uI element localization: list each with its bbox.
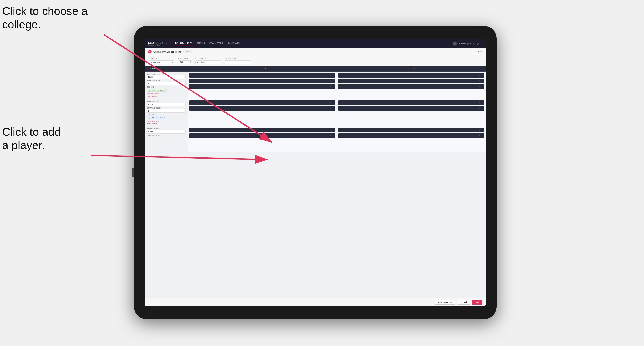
slot-x-icon-5-1[interactable]: ✕ bbox=[330, 129, 332, 131]
save-button[interactable]: Save bbox=[472, 300, 482, 305]
player-slot-2-1[interactable]: ✕ ⋮ bbox=[338, 73, 484, 78]
nav-tournaments[interactable]: TOURNAMENTS bbox=[172, 41, 195, 46]
user-email: blair@clippd.io bbox=[458, 42, 471, 45]
slot-chevron-icon-1-3[interactable]: ⋮ bbox=[332, 86, 334, 88]
player-slot-2-2[interactable]: ✕ ⋮ bbox=[338, 79, 484, 83]
slot-chevron-icon-4-1[interactable]: ⋮ bbox=[482, 102, 483, 104]
slot-x-icon-5-2[interactable]: ✕ bbox=[330, 135, 332, 137]
start-time-input-wrapper[interactable]: ℹ bbox=[178, 60, 192, 64]
player-slot-1-3[interactable]: ✕ ⋮ bbox=[189, 84, 336, 89]
slot-x-icon-1-2[interactable]: ✕ bbox=[330, 80, 332, 82]
remove-group-1[interactable]: Remove Group bbox=[147, 93, 186, 95]
player-slot-1-1[interactable]: ✕ ⋮ bbox=[189, 73, 336, 78]
slot-chevron-icon-1-1[interactable]: ⋮ bbox=[332, 74, 334, 76]
course-remove-1[interactable]: × bbox=[162, 89, 164, 91]
course-name-1: (A) Peachtree GC bbox=[148, 89, 162, 91]
meta-starting-hole-3: STARTING HOLE: bbox=[147, 135, 186, 136]
slot-x-icon-6-2[interactable]: ✕ bbox=[479, 135, 480, 137]
hole-select-wrapper-2[interactable]: ▾ bbox=[147, 109, 186, 113]
course-remove-2[interactable]: × bbox=[162, 117, 163, 119]
course-tag-2[interactable]: ⛳ East Lake GC × ✎ bbox=[147, 116, 166, 119]
slot-x-icon-2-2[interactable]: ✕ bbox=[479, 80, 480, 82]
intervals-group: Intervals 10 Minutes bbox=[196, 57, 221, 64]
slot-x-icon-1-3[interactable]: ✕ bbox=[330, 86, 332, 88]
group-meta-1: STARTING TIME: ℹ STARTING HOLE: ▾ bbox=[145, 72, 188, 99]
remove-group-2[interactable]: Remove Group bbox=[147, 120, 186, 122]
player-slot-4-1[interactable]: ✕ ⋮ bbox=[338, 100, 484, 105]
start-type-select-wrapper[interactable]: 1st Tee Start bbox=[148, 60, 174, 64]
start-time-input[interactable] bbox=[178, 61, 190, 63]
add-group-2[interactable]: + Add Group bbox=[147, 123, 186, 125]
slot-chevron-icon-6-1[interactable]: ⋮ bbox=[482, 129, 483, 131]
slot-chevron-icon-2-2[interactable]: ⋮ bbox=[482, 80, 483, 82]
player-slot-2-3[interactable]: ✕ ⋮ bbox=[338, 84, 484, 89]
starting-time-input-wrapper-1[interactable]: ℹ bbox=[147, 75, 186, 79]
starting-time-input-2[interactable] bbox=[148, 103, 183, 106]
player-slot-6-1[interactable]: ✕ ⋮ bbox=[338, 128, 484, 133]
player-slot-1-2[interactable]: ✕ ⋮ bbox=[189, 79, 336, 83]
slot-x-icon-2-3[interactable]: ✕ bbox=[479, 86, 480, 88]
starting-time-input-3[interactable] bbox=[148, 131, 183, 133]
intervals-select-wrapper[interactable]: 10 Minutes bbox=[196, 60, 221, 64]
group-size-label: Group Size bbox=[225, 57, 251, 59]
event-title: Clippd Invitational (Men) bbox=[153, 50, 181, 53]
sign-out-link[interactable]: Sign out bbox=[475, 42, 482, 45]
slot-chevron-icon-4-2[interactable]: ⋮ bbox=[482, 107, 483, 109]
player-slot-5-1[interactable]: ✕ ⋮ bbox=[189, 128, 336, 133]
col-team1: Team 1 bbox=[188, 66, 337, 71]
slot-x-icon-1-1[interactable]: ✕ bbox=[330, 74, 332, 76]
group-size-select[interactable]: 3 bbox=[225, 60, 251, 64]
slot-x-icon-6-1[interactable]: ✕ bbox=[479, 129, 480, 131]
slot-x-icon-3-2[interactable]: ✕ bbox=[330, 107, 332, 109]
team1-cell-2: ✕ ⋮ ✕ ⋮ bbox=[188, 99, 337, 126]
nav-committee[interactable]: COMMITTEE bbox=[207, 41, 226, 46]
slot-x-icon-3-1[interactable]: ✕ bbox=[330, 102, 332, 104]
player-slot-3-2[interactable]: ✕ ⋮ bbox=[189, 106, 336, 111]
cancel-button[interactable]: Cancel bbox=[457, 300, 470, 305]
course-name-2: East Lake GC bbox=[151, 117, 162, 119]
player-slot-4-2[interactable]: ✕ ⋮ bbox=[338, 106, 484, 111]
player-slot-5-2[interactable]: ✕ ⋮ bbox=[189, 133, 336, 138]
team2-cell-3: ✕ ⋮ ✕ ⋮ bbox=[337, 126, 486, 152]
starting-time-input-1[interactable] bbox=[148, 76, 183, 78]
meta-starting-hole-1: STARTING HOLE: ▾ bbox=[147, 80, 186, 85]
nav-teams[interactable]: TEAMS bbox=[195, 41, 207, 46]
player-slot-6-2[interactable]: ✕ ⋮ bbox=[338, 133, 484, 138]
meta-starting-time-2: STARTING TIME: ℹ bbox=[147, 101, 186, 106]
time-info-2: ℹ bbox=[184, 104, 184, 106]
course-edit-1[interactable]: ✎ bbox=[164, 89, 166, 91]
starting-time-input-wrapper-2[interactable]: ℹ bbox=[147, 103, 186, 106]
schedule-content: Tee Time Team 1 Team 2 STARTING TIME: ℹ bbox=[145, 66, 486, 298]
slot-chevron-icon-1-2[interactable]: ⋮ bbox=[332, 80, 334, 82]
slot-chevron-icon-6-2[interactable]: ⋮ bbox=[482, 135, 483, 137]
group-size-group: Group Size 3 bbox=[225, 57, 251, 64]
group-size-select-wrapper[interactable]: 3 bbox=[225, 60, 251, 64]
add-group-1[interactable]: + Add Group bbox=[147, 95, 186, 97]
hole-select-wrapper-1[interactable]: ▾ bbox=[147, 82, 186, 85]
hole-chevron-2: ▾ bbox=[184, 110, 184, 112]
starting-time-input-wrapper-3[interactable]: ℹ bbox=[147, 130, 186, 134]
slot-x-icon-4-2[interactable]: ✕ bbox=[479, 107, 480, 109]
slot-chevron-icon-3-2[interactable]: ⋮ bbox=[332, 107, 334, 109]
nav-rankings[interactable]: RANKINGS bbox=[225, 41, 242, 46]
intervals-select[interactable]: 10 Minutes bbox=[196, 60, 221, 64]
course-label-1: COURSE: bbox=[147, 86, 186, 88]
starting-hole-input-2[interactable] bbox=[148, 110, 183, 112]
meta-actions-2: Remove Group + Add Group bbox=[147, 120, 186, 125]
slot-chevron-icon-2-3[interactable]: ⋮ bbox=[482, 86, 483, 88]
start-type-select[interactable]: 1st Tee Start bbox=[148, 60, 174, 64]
reset-button[interactable]: Reset Changes bbox=[435, 300, 456, 305]
course-label-2: COURSE: bbox=[147, 114, 186, 115]
player-slot-3-1[interactable]: ✕ ⋮ bbox=[189, 100, 336, 105]
slot-chevron-icon-5-2[interactable]: ⋮ bbox=[332, 135, 334, 137]
back-link[interactable]: ‹ Back bbox=[476, 50, 482, 53]
slot-x-icon-4-1[interactable]: ✕ bbox=[479, 102, 480, 104]
course-tag-1[interactable]: (A) Peachtree GC × ✎ bbox=[147, 89, 166, 92]
slot-chevron-icon-2-1[interactable]: ⋮ bbox=[482, 74, 483, 76]
starting-hole-input-1[interactable] bbox=[148, 82, 183, 85]
slot-chevron-icon-3-1[interactable]: ⋮ bbox=[332, 102, 334, 104]
hosting-badge: Hosting bbox=[183, 50, 192, 53]
course-edit-2[interactable]: ✎ bbox=[164, 117, 165, 119]
slot-x-icon-2-1[interactable]: ✕ bbox=[479, 74, 480, 76]
slot-chevron-icon-5-1[interactable]: ⋮ bbox=[332, 129, 334, 131]
